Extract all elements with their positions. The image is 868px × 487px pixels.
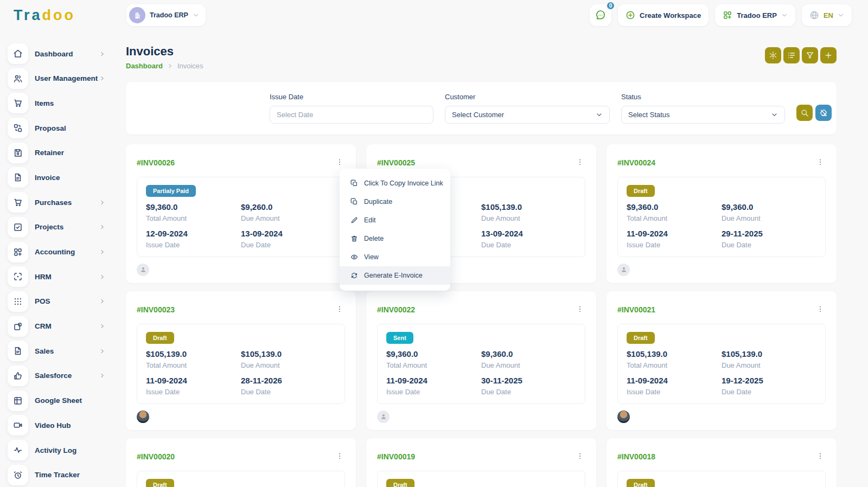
sidebar-item-time-tracker[interactable]: Time Tracker: [8, 465, 114, 485]
sidebar-item-accounting[interactable]: Accounting: [8, 242, 114, 262]
card-menu-button[interactable]: [815, 157, 826, 168]
invoice-summary: Draft$105,139.0Total Amount$105,139.0Due…: [137, 324, 345, 404]
sidebar-item-projects[interactable]: Projects: [8, 217, 114, 238]
sidebar-item-label: Google Sheet: [35, 396, 82, 405]
due-amount-label: Due Amount: [241, 214, 336, 222]
eraser-icon: [819, 108, 828, 117]
status-badge: Draft: [627, 185, 655, 197]
status-select[interactable]: Select Status: [621, 106, 785, 124]
settings-button[interactable]: [765, 47, 781, 63]
card-menu-button[interactable]: [575, 304, 585, 315]
customer-select-value: Select Customer: [452, 111, 504, 119]
apply-filter-button[interactable]: [796, 105, 813, 121]
sidebar-item-crm[interactable]: CRM: [8, 316, 114, 337]
chevron-right-icon: [99, 373, 105, 379]
active-workspace-button[interactable]: Tradoo ERP: [715, 4, 795, 26]
menu-item-click-to-copy-invoice-link[interactable]: Click To Copy Invoice Link: [340, 174, 450, 193]
issue-date-value: 11-09-2024: [627, 376, 722, 386]
invoice-id[interactable]: #INV00022: [377, 305, 415, 314]
reset-filter-button[interactable]: [815, 105, 832, 121]
customer-avatar[interactable]: [617, 264, 630, 276]
issue-date-input[interactable]: [270, 106, 433, 124]
sidebar-item-purchases[interactable]: Purchases: [8, 192, 114, 213]
globe-icon: [809, 10, 819, 20]
issue-date-value: 11-09-2024: [146, 376, 241, 386]
sidebar-item-invoice[interactable]: Invoice: [8, 167, 114, 188]
due-date-value: 30-11-2025: [481, 376, 576, 386]
sidebar-item-activity-log[interactable]: Activity Log: [8, 440, 114, 460]
invoice-id[interactable]: #INV00024: [617, 158, 655, 167]
menu-item-view[interactable]: View: [340, 248, 450, 266]
sidebar-item-google-sheet[interactable]: Google Sheet: [8, 390, 114, 411]
menu-item-generate-e-invoice[interactable]: Generate E-Invoice: [340, 266, 450, 285]
dots-vertical-icon: [576, 305, 584, 313]
sidebar-item-user-management[interactable]: User Management: [8, 68, 114, 89]
chevron-right-icon: [99, 323, 105, 329]
alarm-icon: [8, 465, 28, 485]
menu-item-edit[interactable]: Edit: [340, 211, 450, 229]
invoice-id[interactable]: #INV00020: [137, 452, 175, 461]
file-text-icon: [8, 167, 28, 188]
card-menu-button[interactable]: [815, 451, 826, 462]
page-title: Invoices: [126, 44, 203, 59]
sidebar-item-sales[interactable]: Sales: [8, 341, 114, 361]
invoice-id[interactable]: #INV00021: [617, 305, 655, 314]
status-select-value: Select Status: [628, 111, 670, 119]
card-menu-button[interactable]: [334, 157, 345, 168]
workspace-selector[interactable]: Tradoo ERP: [126, 4, 206, 26]
sidebar-item-label: Video Hub: [35, 421, 71, 430]
filter-button[interactable]: [802, 47, 818, 63]
chat-button[interactable]: 0: [590, 4, 611, 26]
menu-item-duplicate[interactable]: Duplicate: [340, 193, 450, 211]
sidebar-item-hrm[interactable]: HRM: [8, 266, 114, 287]
breadcrumb-dashboard[interactable]: Dashboard: [126, 62, 163, 70]
invoice-id[interactable]: #INV00023: [137, 305, 175, 314]
chevron-right-icon: [99, 51, 105, 57]
invoice-id[interactable]: #INV00018: [617, 452, 655, 461]
dots-vertical-icon: [335, 158, 344, 166]
card-menu-button[interactable]: [815, 304, 826, 315]
list-view-button[interactable]: [783, 47, 800, 63]
sidebar-item-video-hub[interactable]: Video Hub: [8, 415, 114, 435]
total-amount-label: Total Amount: [627, 361, 722, 369]
invoice-id[interactable]: #INV00019: [377, 452, 415, 461]
sidebar-item-label: Retainer: [35, 149, 64, 157]
invoice-id[interactable]: #INV00025: [377, 158, 415, 167]
sidebar-item-salesforce[interactable]: Salesforce: [8, 366, 114, 386]
sidebar-item-proposal[interactable]: Proposal: [8, 118, 114, 138]
chevron-right-icon: [99, 298, 105, 304]
sidebar-item-label: Sales: [35, 347, 54, 355]
refresh-icon: [350, 272, 358, 279]
customer-avatar[interactable]: [137, 411, 149, 423]
sidebar-item-dashboard[interactable]: Dashboard: [8, 43, 114, 64]
cart-icon: [8, 192, 28, 213]
card-menu-button[interactable]: [334, 304, 345, 315]
card-menu-button[interactable]: [575, 157, 585, 168]
invoice-card--inv00019: #INV00019DraftTotal AmountDue AmountIssu…: [366, 438, 596, 487]
gear-icon: [769, 51, 777, 60]
sidebar-item-pos[interactable]: POS: [8, 291, 114, 312]
sidebar-item-retainer[interactable]: Retainer: [8, 143, 114, 163]
chevron-right-icon: [99, 75, 105, 81]
due-date-label: Due Date: [241, 241, 336, 249]
customer-select[interactable]: Select Customer: [445, 106, 610, 124]
dots-vertical-icon: [816, 452, 825, 460]
scan-icon: [8, 266, 28, 287]
invoice-summary: Draft$105,139.0Total Amount$105,139.0Due…: [617, 324, 826, 404]
customer-avatar[interactable]: [377, 411, 390, 423]
card-menu-button[interactable]: [334, 451, 345, 462]
language-selector[interactable]: EN: [802, 4, 852, 26]
sidebar-item-label: Salesforce: [35, 371, 72, 380]
create-workspace-label: Create Workspace: [640, 11, 701, 20]
menu-item-delete[interactable]: Delete: [340, 229, 450, 248]
due-amount-label: Due Amount: [722, 361, 816, 369]
card-menu-button[interactable]: [575, 451, 585, 462]
sidebar-item-items[interactable]: Items: [8, 93, 114, 113]
create-invoice-button[interactable]: [820, 47, 837, 63]
create-workspace-button[interactable]: Create Workspace: [618, 4, 709, 26]
customer-avatar[interactable]: [137, 264, 149, 276]
invoice-id[interactable]: #INV00026: [137, 158, 175, 167]
invoice-card--inv00024: #INV00024Draft$9,360.0Total Amount$9,360…: [607, 144, 837, 283]
customer-avatar[interactable]: [617, 411, 630, 423]
language-code: EN: [824, 11, 833, 20]
